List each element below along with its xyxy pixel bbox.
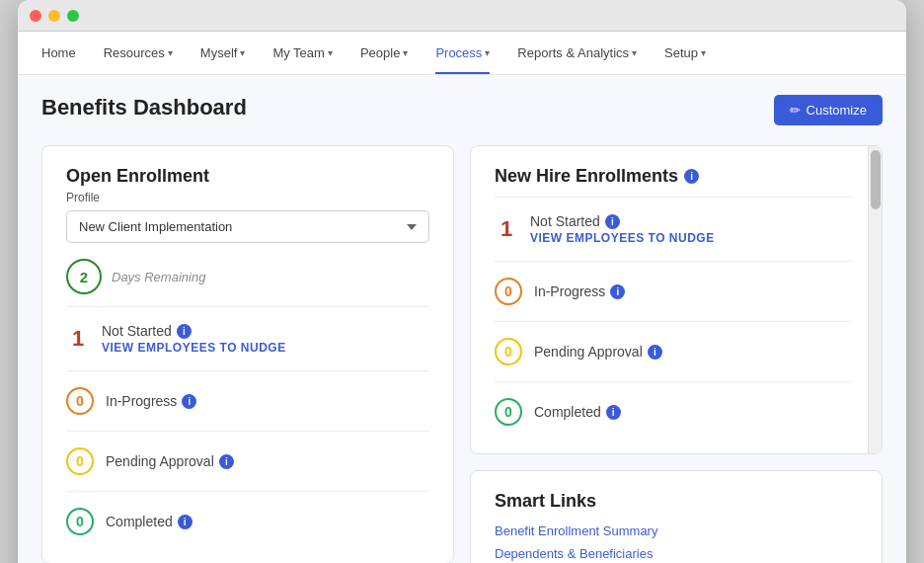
maximize-dot[interactable] (67, 10, 79, 22)
profile-select[interactable]: New Client Implementation (66, 210, 429, 243)
open-enrollment-pending-row: 0 Pending Approval i (66, 440, 429, 483)
page-title: Benefits Dashboard (41, 95, 247, 121)
in-progress-circle: 0 (66, 387, 94, 415)
not-started-info: Not Started i VIEW EMPLOYEES TO NUDGE (102, 323, 286, 355)
app-content: Home Resources ▾ Myself ▾ My Team ▾ Peop… (18, 32, 906, 563)
page-header: Benefits Dashboard ✏ Customize (41, 95, 883, 125)
new-hire-pending-row: 0 Pending Approval i (495, 330, 852, 373)
not-started-count: 1 (66, 326, 90, 352)
new-hire-enrollments-card: New Hire Enrollments i 1 Not Started i (470, 145, 883, 454)
divider (66, 431, 429, 432)
new-hire-title: New Hire Enrollments i (495, 166, 852, 187)
new-hire-in-progress-row: 0 In-Progress i (495, 270, 852, 313)
not-started-label: Not Started i (102, 323, 286, 339)
nav-myself[interactable]: Myself ▾ (200, 32, 246, 74)
nav-reports[interactable]: Reports & Analytics ▾ (517, 32, 637, 74)
smart-link-dependents[interactable]: Dependents & Beneficiaries (495, 546, 858, 561)
app-window: Home Resources ▾ Myself ▾ My Team ▾ Peop… (18, 0, 906, 563)
open-enrollment-card: Open Enrollment Profile New Client Imple… (41, 145, 454, 563)
nav-resources[interactable]: Resources ▾ (104, 32, 173, 74)
scrollbar-thumb[interactable] (871, 150, 881, 209)
chevron-down-icon: ▾ (632, 47, 637, 58)
info-icon[interactable]: i (605, 214, 620, 229)
new-hire-completed-circle: 0 (495, 398, 522, 426)
smart-link-enrollment-summary[interactable]: Benefit Enrollment Summary (495, 523, 858, 538)
divider (66, 491, 429, 492)
divider (66, 306, 429, 307)
divider (495, 321, 852, 322)
pencil-icon: ✏ (790, 103, 801, 118)
chevron-down-icon: ▾ (328, 47, 333, 58)
new-hire-in-progress-label: In-Progress i (534, 283, 625, 299)
right-column: New Hire Enrollments i 1 Not Started i (470, 145, 883, 563)
pending-approval-label: Pending Approval i (106, 453, 234, 469)
customize-button[interactable]: ✏ Customize (774, 95, 883, 125)
info-icon[interactable]: i (648, 345, 662, 360)
open-enrollment-completed-row: 0 Completed i (66, 500, 429, 543)
new-hire-completed-row: 0 Completed i (495, 390, 852, 434)
completed-label: Completed i (106, 514, 192, 529)
new-hire-completed-label: Completed i (534, 404, 621, 420)
nav-people[interactable]: People ▾ (360, 32, 408, 74)
in-progress-label: In-Progress i (106, 393, 196, 409)
new-hire-nudge-link[interactable]: VIEW EMPLOYEES TO NUDGE (530, 231, 715, 245)
new-hire-pending-label: Pending Approval i (534, 344, 662, 360)
info-icon[interactable]: i (610, 284, 625, 299)
profile-label: Profile (66, 191, 429, 204)
chevron-down-icon: ▾ (168, 47, 173, 58)
nav-my-team[interactable]: My Team ▾ (272, 32, 333, 74)
divider (66, 370, 429, 371)
chevron-down-icon: ▾ (485, 47, 490, 58)
minimize-dot[interactable] (48, 10, 60, 22)
titlebar (18, 0, 906, 32)
new-hire-pending-circle: 0 (495, 338, 522, 365)
divider (495, 197, 852, 198)
days-remaining-section: 2 Days Remaining (66, 259, 429, 294)
info-icon[interactable]: i (219, 454, 234, 469)
new-hire-not-started-label: Not Started i (530, 213, 715, 229)
smart-links-title: Smart Links (495, 491, 858, 512)
new-hire-in-progress-circle: 0 (495, 278, 522, 305)
chevron-down-icon: ▾ (403, 47, 408, 58)
main-content: Benefits Dashboard ✏ Customize Open Enro… (18, 75, 906, 563)
nav-home[interactable]: Home (41, 32, 76, 74)
info-icon[interactable]: i (606, 405, 621, 420)
nav-setup[interactable]: Setup ▾ (664, 32, 706, 74)
chevron-down-icon: ▾ (701, 47, 706, 58)
info-icon[interactable]: i (182, 394, 196, 409)
nav-bar: Home Resources ▾ Myself ▾ My Team ▾ Peop… (18, 32, 906, 75)
nav-process[interactable]: Process ▾ (435, 32, 490, 74)
divider (495, 381, 852, 382)
close-dot[interactable] (30, 10, 41, 22)
open-enrollment-not-started-row: 1 Not Started i VIEW EMPLOYEES TO NUDGE (66, 315, 429, 362)
open-enrollment-nudge-link[interactable]: VIEW EMPLOYEES TO NUDGE (102, 341, 286, 355)
chevron-down-icon: ▾ (240, 47, 245, 58)
smart-links-card: Smart Links Benefit Enrollment Summary D… (470, 470, 883, 563)
days-circle: 2 (66, 259, 102, 294)
scrollbar[interactable] (868, 146, 882, 453)
new-hire-not-started-count: 1 (495, 216, 518, 242)
days-remaining-text: Days Remaining (112, 270, 205, 284)
dashboard-grid: Open Enrollment Profile New Client Imple… (41, 145, 883, 563)
pending-circle: 0 (66, 447, 94, 475)
divider (495, 261, 852, 262)
new-hire-not-started-row: 1 Not Started i VIEW EMPLOYEES TO NUDGE (495, 205, 852, 253)
info-icon[interactable]: i (177, 324, 192, 339)
info-icon[interactable]: i (684, 169, 699, 184)
open-enrollment-title: Open Enrollment (66, 166, 429, 187)
completed-circle: 0 (66, 508, 94, 535)
open-enrollment-in-progress-row: 0 In-Progress i (66, 379, 429, 423)
new-hire-not-started-info: Not Started i VIEW EMPLOYEES TO NUDGE (530, 213, 715, 245)
info-icon[interactable]: i (178, 515, 192, 529)
